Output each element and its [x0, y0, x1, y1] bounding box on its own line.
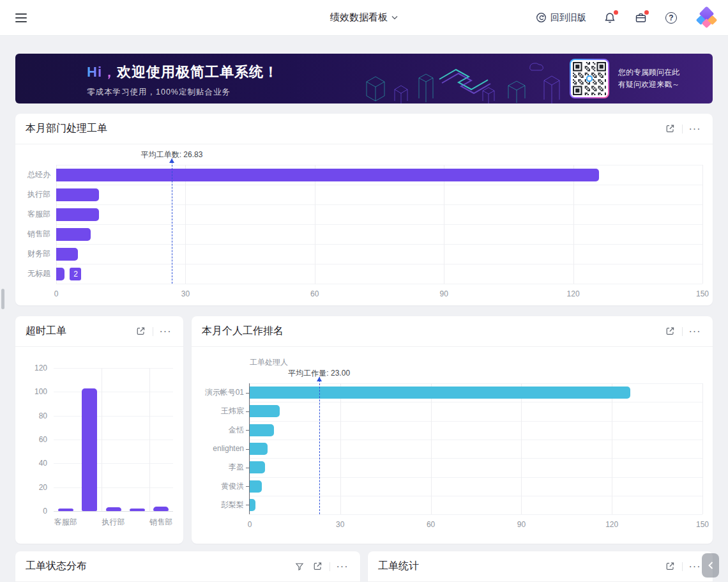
workbench-button[interactable] — [633, 11, 648, 25]
more-icon[interactable]: ··· — [158, 324, 173, 339]
gridline — [444, 165, 444, 284]
bar — [56, 268, 64, 280]
expand-icon[interactable] — [133, 324, 148, 339]
category-label: 金恬 — [202, 425, 244, 436]
banner-title: Hi，欢迎使用极简工单系统！ — [87, 63, 278, 82]
gridline — [56, 165, 702, 165]
gridline — [56, 284, 702, 284]
gridline — [612, 383, 612, 514]
y-tick-label: 60 — [26, 434, 47, 445]
expand-icon[interactable] — [662, 324, 678, 339]
x-tick-label: 0 — [54, 289, 59, 298]
history-icon — [536, 12, 547, 23]
y-tick-label: 80 — [26, 411, 47, 421]
gridline — [250, 383, 702, 384]
card-status-header: 工单状态分布 ··· — [15, 551, 360, 582]
x-tick-label: 60 — [310, 289, 319, 298]
page-title: 绩效数据看板 — [330, 11, 388, 24]
card-stats-title: 工单统计 — [378, 560, 662, 573]
divider — [330, 562, 330, 571]
average-label: 平均工作量: 23.00 — [288, 368, 350, 379]
drawer-toggle-handle[interactable] — [702, 553, 719, 578]
gridline — [250, 458, 702, 459]
banner-subtitle: 零成本学习使用，100%定制贴合业务 — [87, 87, 278, 98]
chevron-left-icon — [708, 562, 713, 569]
menu-icon[interactable] — [15, 13, 27, 22]
bar — [250, 461, 265, 473]
gridline — [702, 383, 703, 514]
gridline — [431, 383, 432, 514]
notifications-button[interactable] — [603, 11, 617, 25]
more-icon[interactable]: ··· — [687, 121, 702, 137]
gridline — [573, 165, 574, 284]
scrollbar-thumb[interactable] — [1, 289, 4, 309]
category-label: 总经办 — [26, 169, 50, 180]
gridline — [56, 204, 702, 205]
category-label: 无标题 — [26, 268, 50, 279]
gridline — [702, 165, 703, 284]
gridline — [250, 477, 702, 478]
back-to-old-version-button[interactable]: 回到旧版 — [536, 12, 586, 24]
gridline — [54, 368, 173, 369]
gridline — [250, 402, 702, 402]
bar — [250, 443, 268, 455]
expand-icon[interactable] — [310, 559, 325, 574]
gridline — [521, 383, 522, 514]
y-tick-label: 120 — [26, 363, 47, 373]
x-tick-label: 150 — [696, 520, 709, 529]
workbench-badge — [644, 10, 649, 15]
x-tick-label: 120 — [605, 520, 618, 529]
x-tick-label: 120 — [567, 289, 580, 298]
bar — [56, 248, 78, 261]
average-line — [172, 158, 172, 284]
help-icon: ? — [665, 12, 677, 24]
gridline — [56, 244, 702, 245]
average-line — [319, 377, 320, 514]
expand-icon[interactable] — [662, 559, 678, 574]
category-label: 彭梨梨 — [202, 500, 244, 510]
card-order-stats: 工单统计 ··· — [368, 551, 713, 582]
gridline — [185, 165, 186, 284]
consultant-qr-code — [570, 59, 609, 98]
average-label: 平均工单数: 26.83 — [141, 149, 203, 160]
bar — [56, 228, 91, 241]
notification-badge — [614, 10, 618, 15]
plot-area — [54, 368, 173, 511]
card-personal-ranking: 本月个人工作排名 ··· 0306090120150演示帐号01王炜宸金恬enl… — [192, 316, 713, 544]
category-label: 黄俊洪 — [202, 481, 244, 492]
top-navbar: 绩效数据看板 回到旧版 ? — [0, 0, 728, 36]
bar — [153, 507, 169, 511]
bar — [250, 499, 255, 511]
category-label: 执行部 — [26, 189, 50, 200]
bar — [56, 188, 99, 201]
gridline — [56, 224, 702, 225]
help-button[interactable]: ? — [664, 11, 678, 25]
chevron-down-icon — [391, 15, 398, 20]
gridline — [54, 440, 173, 440]
app-logo[interactable] — [695, 6, 718, 29]
y-axis-line — [249, 383, 250, 514]
card-dept-orders: 本月部门处理工单 ··· 20306090120150总经办执行部客服部销售部财… — [15, 114, 713, 305]
divider — [682, 125, 683, 134]
gridline — [315, 165, 315, 284]
more-icon[interactable]: ··· — [687, 559, 702, 574]
filter-icon[interactable] — [292, 559, 307, 574]
card-overtime-title: 超时工单 — [26, 325, 133, 338]
more-icon[interactable]: ··· — [687, 324, 702, 339]
category-label: 李盈 — [202, 462, 244, 473]
gridline — [54, 463, 173, 464]
gridline — [250, 440, 702, 440]
bar-value-badge: 2 — [70, 268, 81, 280]
bar — [56, 169, 599, 181]
x-tick-label: 150 — [696, 289, 709, 298]
y-tick-label: 0 — [26, 506, 47, 516]
bar — [250, 387, 630, 399]
x-tick-label: 0 — [248, 520, 252, 529]
expand-icon[interactable] — [662, 121, 678, 137]
card-status-distribution: 工单状态分布 ··· — [15, 551, 360, 582]
qr-caption: 您的专属顾问在此 有疑问欢迎来戳～ — [618, 66, 679, 91]
more-icon[interactable]: ··· — [335, 559, 350, 574]
dashboard-switcher[interactable]: 绩效数据看板 — [330, 11, 398, 24]
gridline — [149, 368, 150, 511]
gridline — [340, 383, 341, 514]
